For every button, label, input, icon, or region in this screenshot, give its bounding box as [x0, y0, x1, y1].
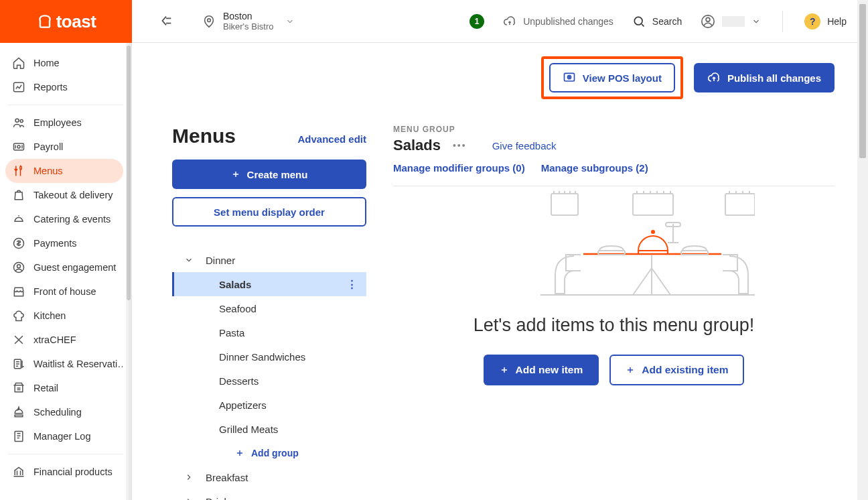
sidebar-item-reports[interactable]: Reports: [5, 75, 123, 99]
menu-dinner[interactable]: Dinner: [172, 248, 366, 272]
sidebar-item-home[interactable]: Home: [5, 51, 123, 75]
add-new-item-button[interactable]: Add new item: [484, 355, 599, 385]
page-action-row: View POS layout Publish all changes: [132, 43, 857, 106]
plus-icon: [235, 448, 244, 458]
reports-icon: [12, 80, 25, 94]
location-name: Boston: [223, 11, 273, 21]
sidebar-label: Takeout & delivery: [33, 190, 113, 200]
svg-rect-21: [598, 251, 625, 255]
menu-group-appetizers[interactable]: Appetizers: [172, 393, 366, 417]
menu-label: Drinks: [206, 496, 234, 501]
location-pin-icon: [202, 14, 216, 29]
sidebar-item-menus[interactable]: Menus: [5, 159, 123, 183]
view-pos-layout-button[interactable]: View POS layout: [549, 63, 675, 92]
sidebar-item-kitchen[interactable]: Kitchen: [5, 304, 123, 328]
payments-icon: [12, 237, 25, 250]
sidebar-item-scheduling[interactable]: Scheduling: [5, 400, 123, 424]
menu-group-salads[interactable]: Salads ⋮: [172, 272, 366, 296]
sidebar-label: Scheduling: [33, 407, 82, 418]
sidebar-label: Financial products: [33, 466, 113, 477]
cloud-upload-icon: [707, 71, 721, 84]
sidebar-item-foh[interactable]: Front of house: [5, 279, 123, 304]
svg-point-6: [20, 119, 23, 122]
brand-logo[interactable]: toast: [0, 0, 132, 43]
plus-icon: [626, 365, 635, 375]
unpublished-count-badge[interactable]: 1: [469, 14, 484, 29]
svg-rect-19: [725, 194, 755, 215]
sidebar-item-financial[interactable]: Financial products: [5, 460, 123, 484]
group-label: Desserts: [219, 375, 259, 387]
add-group-label: Add group: [251, 448, 299, 458]
bank-icon: [12, 465, 25, 479]
add-group-button[interactable]: Add group: [172, 441, 366, 465]
manage-modifier-groups-link[interactable]: Manage modifier groups (0): [393, 162, 525, 174]
sidebar-item-xtrachef[interactable]: xtraCHEF: [5, 328, 123, 352]
sidebar-item-waitlist[interactable]: Waitlist & Reservati…: [5, 352, 123, 376]
menu-group-seafood[interactable]: Seafood: [172, 296, 366, 320]
menu-label: Breakfast: [206, 472, 248, 483]
give-feedback-link[interactable]: Give feedback: [492, 140, 557, 151]
menu-group-pasta[interactable]: Pasta: [172, 320, 366, 345]
group-label: Salads: [219, 279, 251, 290]
cloche-icon: [12, 212, 25, 226]
svg-point-11: [17, 265, 21, 268]
group-actions-icon[interactable]: •••: [453, 140, 467, 151]
create-menu-label: Create menu: [247, 169, 308, 180]
create-menu-button[interactable]: Create menu: [172, 160, 366, 189]
add-existing-item-button[interactable]: Add existing item: [609, 355, 744, 385]
page-scrollbar[interactable]: [857, 0, 868, 500]
chevron-right-icon: [184, 497, 194, 500]
sidebar-item-catering[interactable]: Catering & events: [5, 207, 123, 231]
sidebar-item-guest[interactable]: Guest engagement: [5, 255, 123, 279]
sidebar-label: Menus: [33, 166, 63, 176]
search-icon: [632, 15, 646, 28]
svg-point-3: [706, 17, 710, 21]
sidebar-label: xtraCHEF: [33, 334, 76, 345]
account-menu[interactable]: [701, 14, 761, 29]
search-button[interactable]: Search: [632, 15, 682, 28]
svg-rect-17: [551, 194, 578, 215]
location-picker[interactable]: Boston Biker's Bistro: [202, 11, 295, 32]
menu-group-grilled-meats[interactable]: Grilled Meats: [172, 417, 366, 441]
sidebar-label: Front of house: [33, 286, 96, 297]
advanced-edit-link[interactable]: Advanced edit: [297, 133, 366, 145]
payroll-icon: [12, 140, 25, 153]
sidebar-label: Employees: [33, 117, 82, 128]
sidebar-item-payments[interactable]: Payments: [5, 231, 123, 255]
search-label: Search: [652, 16, 682, 27]
menu-drinks[interactable]: Drinks: [172, 489, 366, 500]
sidebar-item-takeout[interactable]: Takeout & delivery: [5, 183, 123, 207]
menu-group-desserts[interactable]: Desserts: [172, 369, 366, 393]
cloud-upload-icon: [503, 15, 516, 28]
row-actions-icon[interactable]: ⋮: [347, 278, 357, 290]
svg-rect-25: [638, 251, 668, 254]
sidebar-scrollbar[interactable]: [126, 43, 131, 500]
menu-group-dinner-sandwiches[interactable]: Dinner Sandwiches: [172, 345, 366, 369]
chevron-down-icon: [285, 17, 295, 26]
publish-all-button[interactable]: Publish all changes: [694, 63, 835, 92]
bag-icon: [12, 188, 25, 202]
group-label: Appetizers: [219, 399, 267, 411]
sidebar-item-managerlog[interactable]: Manager Log: [5, 424, 123, 448]
svg-point-0: [208, 18, 211, 21]
sidebar-item-employees[interactable]: Employees: [5, 111, 123, 135]
empty-state-heading: Let's add items to this menu group!: [393, 315, 835, 336]
group-label: Pasta: [219, 327, 244, 338]
help-button[interactable]: ? Help: [804, 13, 847, 29]
svg-point-16: [569, 76, 570, 78]
chevron-down-icon: [751, 17, 761, 26]
set-display-order-button[interactable]: Set menu display order: [172, 197, 366, 227]
menu-tree: Dinner Salads ⋮ Seafood Pasta Dinner San…: [172, 248, 366, 500]
unpublished-changes-link[interactable]: Unpublished changes: [503, 15, 613, 28]
collapse-sidebar-button[interactable]: [159, 13, 175, 29]
sidebar-item-payroll[interactable]: Payroll: [5, 135, 123, 159]
chevron-down-icon: [184, 255, 194, 265]
manage-subgroups-link[interactable]: Manage subgroups (2): [541, 162, 648, 174]
view-pos-highlight: View POS layout: [541, 56, 683, 99]
group-label: Seafood: [219, 303, 257, 314]
menu-breakfast[interactable]: Breakfast: [172, 465, 366, 489]
sidebar-item-retail[interactable]: Retail: [5, 376, 123, 400]
sidebar-separator: [8, 454, 123, 454]
view-pos-label: View POS layout: [583, 72, 662, 84]
divider: [393, 186, 835, 186]
